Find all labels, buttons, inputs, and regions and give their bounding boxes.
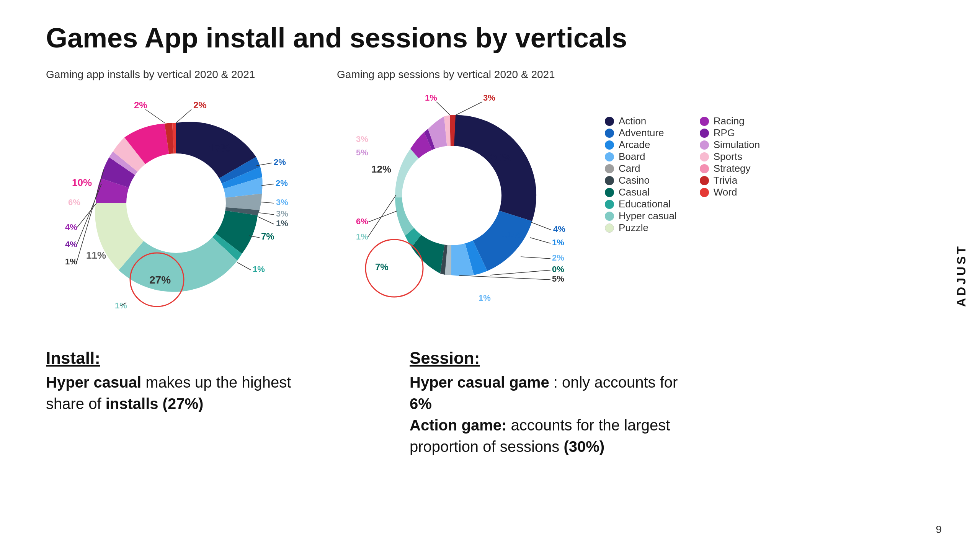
legend-label-educational: Educational — [619, 198, 671, 210]
legend-col1: Action Adventure Arcade Board — [605, 115, 677, 234]
svg-line-15 — [531, 222, 551, 230]
svg-line-3 — [261, 184, 274, 186]
install-insight-text: Hyper casual makes up the highest share … — [46, 372, 333, 414]
legend-label-sports: Sports — [714, 151, 742, 163]
session-insight-title: Session: — [410, 349, 697, 368]
svg-line-5 — [259, 213, 274, 215]
legend-casual: Casual — [605, 186, 677, 198]
legend-educational: Educational — [605, 198, 677, 210]
legend-dot-racing — [700, 117, 709, 126]
label-1pct-right: 1% — [552, 238, 564, 247]
label-2pct-right: 2% — [552, 253, 564, 262]
session-highlight2b: (30%) — [564, 438, 604, 455]
donut-hole-session — [402, 146, 501, 245]
label-30pct-action: 30% — [490, 152, 511, 163]
svg-line-1 — [176, 109, 191, 123]
session-insight-line2: Action game: accounts for the largest pr… — [410, 414, 697, 457]
legend-racing: Racing — [700, 115, 772, 127]
install-highlight1: Hyper casual — [46, 374, 141, 391]
legend-dot-educational — [605, 200, 614, 209]
legend-card: Card — [605, 163, 677, 174]
legend-dot-sports — [700, 152, 709, 161]
legend-word: Word — [700, 186, 772, 198]
label-2pct-trivia: 2% — [193, 100, 207, 110]
svg-line-20 — [368, 211, 397, 222]
legend-dot-card — [605, 164, 614, 173]
svg-line-4 — [261, 202, 274, 203]
legend-rpg: RPG — [700, 127, 772, 139]
legend-dot-trivia — [700, 176, 709, 185]
label-1pct-session-left: 1% — [356, 232, 368, 241]
charts-row: Gaming app installs by vertical 2020 & 2… — [46, 68, 949, 314]
svg-line-7 — [237, 262, 251, 270]
label-3pct-board: 3% — [276, 197, 288, 207]
label-3pct-card: 3% — [276, 209, 288, 218]
label-2pct-strategy: 2% — [134, 100, 147, 110]
legend-dot-simulation — [700, 140, 709, 150]
session-chart-area: 1% 3% 30% 11% 4% 1% 2% — [337, 92, 597, 314]
install-chart-container: Gaming app installs by vertical 2020 & 2… — [46, 68, 306, 306]
legend-label-puzzle: Puzzle — [619, 222, 648, 234]
svg-line-21 — [368, 195, 396, 238]
page: Games App install and sessions by vertic… — [0, 0, 980, 551]
legend-simulation: Simulation — [700, 139, 772, 151]
label-1pct-educational: 1% — [253, 264, 265, 274]
adjust-logo: ADJUST — [954, 244, 969, 307]
label-4pct-right: 4% — [553, 224, 565, 234]
install-insight-block: Install: Hyper casual makes up the highe… — [46, 349, 333, 457]
svg-line-14 — [456, 102, 482, 115]
legend-label-adventure: Adventure — [619, 127, 664, 139]
label-2pct-arcade: 2% — [276, 178, 288, 188]
page-number: 9 — [936, 523, 942, 536]
legend-casino: Casino — [605, 174, 677, 186]
legend-dot-casual — [605, 188, 614, 197]
legend-dot-strategy — [700, 164, 709, 173]
legend-label-arcade: Arcade — [619, 139, 650, 151]
session-chart-subtitle: Gaming app sessions by vertical 2020 & 2… — [337, 68, 555, 81]
svg-line-18 — [490, 270, 550, 275]
svg-line-16 — [530, 238, 550, 243]
legend-dot-action — [605, 117, 614, 126]
legend-arcade: Arcade — [605, 139, 677, 151]
session-highlight1: Hyper casual game — [410, 374, 549, 391]
install-highlight2: installs (27%) — [106, 395, 204, 412]
install-chart-area: 2% 2% 17% 2% 2% 3% 3% 1% — [46, 92, 306, 306]
legend-label-casino: Casino — [619, 174, 650, 186]
install-insight-title: Install: — [46, 349, 333, 368]
legend-hypercasual: Hyper casual — [605, 210, 677, 222]
svg-line-6 — [258, 217, 274, 224]
legend-label-board: Board — [619, 151, 645, 163]
legend-strategy: Strategy — [700, 163, 772, 174]
legend-dot-hypercasual — [605, 212, 614, 221]
legend-label-racing: Racing — [714, 115, 745, 127]
install-chart-subtitle: Gaming app installs by vertical 2020 & 2… — [46, 68, 255, 81]
label-1pct-rpg2: 1% — [65, 257, 77, 266]
session-highlight1b: 6% — [410, 395, 432, 412]
label-5pct-sim-session: 5% — [356, 148, 368, 157]
label-10pct-strategy: 10% — [72, 177, 92, 188]
label-1pct-casino: 1% — [276, 218, 288, 228]
legend-dot-puzzle — [605, 223, 614, 233]
legend-dot-casino — [605, 176, 614, 185]
legend-trivia: Trivia — [700, 174, 772, 186]
bottom-section: Install: Hyper casual makes up the highe… — [46, 337, 949, 457]
page-title: Games App install and sessions by vertic… — [46, 23, 949, 53]
svg-line-13 — [436, 102, 450, 115]
legend-dot-arcade — [605, 140, 614, 150]
label-4pct-rpg: 4% — [65, 240, 77, 249]
label-11pct-adventure: 11% — [501, 228, 521, 240]
legend-dot-board — [605, 152, 614, 161]
legend-adventure: Adventure — [605, 127, 677, 139]
session-plain1: : only accounts for — [554, 374, 678, 391]
label-0pct-right: 0% — [552, 264, 564, 274]
label-6pct-session: 6% — [356, 217, 368, 226]
legend-col2: Racing RPG Simulation Sports — [700, 115, 772, 234]
session-chart-container: Gaming app sessions by vertical 2020 & 2… — [337, 68, 771, 314]
session-highlight2: Action game: — [410, 417, 506, 434]
donut-hole-install — [126, 153, 226, 253]
legend-label-word: Word — [714, 186, 737, 198]
label-1pct-session-top: 1% — [425, 93, 437, 103]
legend-label-action: Action — [619, 115, 646, 127]
install-donut-svg: 2% 2% 17% 2% 2% 3% 3% 1% — [46, 92, 306, 314]
legend-label-simulation: Simulation — [714, 139, 760, 151]
